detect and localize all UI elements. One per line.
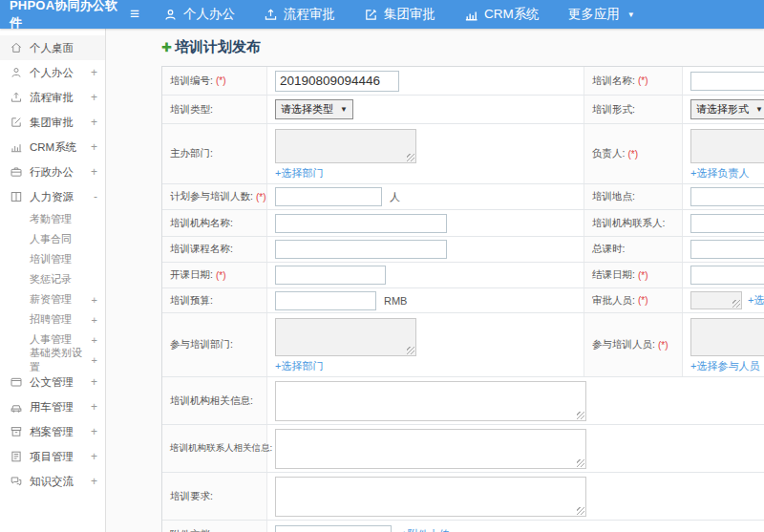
required-mark: (*) xyxy=(658,340,668,351)
expand-icon[interactable]: + xyxy=(91,400,97,414)
attachment-input[interactable] xyxy=(275,525,392,532)
training-type-select[interactable]: 请选择类型 ▼ xyxy=(275,99,353,119)
total-hours-input[interactable] xyxy=(690,240,764,259)
training-name-input[interactable] xyxy=(690,72,764,91)
join-dept-box[interactable] xyxy=(275,318,416,356)
row-attachment: 附件文档: +附件上传 xyxy=(162,521,764,532)
sidebar-subitem-label: 薪资管理 xyxy=(30,292,72,307)
join-user-box[interactable] xyxy=(690,318,764,356)
nav-label: 集团审批 xyxy=(384,6,435,23)
sidebar-subitem-6-1[interactable]: 人事合同 xyxy=(0,229,105,249)
field-label: 培训类型: xyxy=(170,103,213,117)
sidebar-item-0[interactable]: 个人桌面 xyxy=(0,35,105,60)
row-join-dept: 参与培训部门: +选择部门 参与培训人员:(*) +选择参与人员 xyxy=(162,313,764,377)
select-approver-link[interactable]: +选择审批人员 xyxy=(748,293,764,308)
unit-suffix: 人 xyxy=(390,190,400,204)
approve-icon xyxy=(10,116,23,129)
sidebar-item-6[interactable]: 人力资源- xyxy=(0,184,105,209)
project-icon xyxy=(10,450,23,463)
training-place-input[interactable] xyxy=(690,187,764,206)
expand-icon[interactable]: + xyxy=(91,375,97,389)
required-mark: (*) xyxy=(216,75,226,86)
main-content: ✚ 培训计划发布 培训编号:(*) 培训名称:(*) 培训类型: 请选择类型 ▼ xyxy=(106,29,764,532)
archive-icon xyxy=(10,425,23,438)
user-icon xyxy=(10,66,23,79)
sidebar-item-label: 公文管理 xyxy=(30,375,74,390)
training-mode-select[interactable]: 请选择形式 ▼ xyxy=(690,99,764,119)
expand-icon[interactable]: + xyxy=(91,425,97,438)
sidebar-subitem-6-5[interactable]: 招聘管理+ xyxy=(0,309,105,330)
expand-icon[interactable]: + xyxy=(91,165,97,179)
sidebar-item-label: 行政办公 xyxy=(30,165,74,180)
field-label: 参与培训人员: xyxy=(592,338,655,351)
end-date-input[interactable] xyxy=(690,266,764,285)
expand-icon[interactable]: + xyxy=(91,475,97,488)
participant-count-input[interactable] xyxy=(275,187,382,206)
upload-flow-icon xyxy=(264,8,278,22)
nav-label: 更多应用 xyxy=(568,6,620,23)
training-no-input[interactable] xyxy=(275,71,399,92)
org-info-textarea[interactable] xyxy=(275,381,586,421)
select-join-dept-link[interactable]: +选择部门 xyxy=(275,359,323,373)
expand-icon[interactable]: + xyxy=(92,354,97,366)
sidebar-item-2[interactable]: 流程审批+ xyxy=(0,85,105,110)
select-dept-link[interactable]: +选择部门 xyxy=(275,166,323,181)
approver-box[interactable] xyxy=(690,291,742,309)
hr-icon xyxy=(10,190,23,203)
sidebar-subitem-6-4[interactable]: 薪资管理+ xyxy=(0,289,105,309)
select-join-user-link[interactable]: +选择参与人员 xyxy=(690,359,759,373)
host-dept-box[interactable] xyxy=(275,129,416,163)
sidebar-item-1[interactable]: 个人办公+ xyxy=(0,60,105,85)
org-contact-info-textarea[interactable] xyxy=(275,429,586,469)
expand-icon[interactable]: + xyxy=(92,314,97,326)
sidebar-item-4[interactable]: CRM系统+ xyxy=(0,135,105,160)
sidebar-item-9[interactable]: 档案管理+ xyxy=(0,419,105,444)
expand-icon[interactable]: + xyxy=(91,450,97,463)
required-mark: (*) xyxy=(638,270,648,281)
sidebar-item-3[interactable]: 集团审批+ xyxy=(0,110,105,135)
nav-item-workflow-approval[interactable]: 流程审批 xyxy=(249,0,350,29)
hamburger-icon[interactable]: ≡ xyxy=(126,6,149,24)
nav-item-crm[interactable]: CRM系统 xyxy=(450,0,554,29)
sidebar-subitem-6-2[interactable]: 培训管理 xyxy=(0,249,105,269)
leader-box[interactable] xyxy=(690,129,764,163)
sidebar-item-10[interactable]: 项目管理+ xyxy=(0,444,105,469)
row-training-type: 培训类型: 请选择类型 ▼ 培训形式: 请选择形式 ▼ xyxy=(162,96,764,124)
course-name-input[interactable] xyxy=(275,240,447,259)
sidebar-subitem-6-7[interactable]: 基础类别设置+ xyxy=(0,350,105,370)
briefcase-icon xyxy=(10,165,23,179)
expand-icon[interactable]: + xyxy=(92,334,97,346)
sidebar-subitem-6-0[interactable]: 考勤管理 xyxy=(0,209,105,229)
field-label: 培训要求: xyxy=(170,490,213,503)
expand-icon[interactable]: + xyxy=(91,140,97,154)
sidebar-item-5[interactable]: 行政办公+ xyxy=(0,160,105,184)
start-date-input[interactable] xyxy=(275,266,386,285)
sidebar-item-8[interactable]: 用车管理+ xyxy=(0,394,105,419)
expand-icon[interactable]: + xyxy=(91,116,97,129)
org-name-input[interactable] xyxy=(275,214,447,233)
select-leader-link[interactable]: +选择负责人 xyxy=(690,166,749,181)
home-icon xyxy=(10,41,23,54)
attachment-upload-link[interactable]: +附件上传 xyxy=(401,527,449,532)
sidebar-item-11[interactable]: 知识交流+ xyxy=(0,469,105,494)
field-label: 培训地点: xyxy=(592,190,635,203)
requirements-textarea[interactable] xyxy=(275,477,586,517)
collapse-icon[interactable]: - xyxy=(94,190,97,203)
expand-icon[interactable]: + xyxy=(91,66,97,79)
row-training-no: 培训编号:(*) 培训名称:(*) xyxy=(162,67,764,96)
sidebar-subitem-6-3[interactable]: 奖惩记录 xyxy=(0,269,105,289)
field-label: 参与培训部门: xyxy=(170,338,233,351)
nav-item-group-approval[interactable]: 集团审批 xyxy=(350,0,450,29)
training-plan-form: 培训编号:(*) 培训名称:(*) 培训类型: 请选择类型 ▼ 培训形式: 请选 xyxy=(161,66,764,532)
field-label: 培训机构名称: xyxy=(170,217,233,230)
sidebar-item-label: 流程审批 xyxy=(30,91,74,105)
row-org-contact-info: 培训机构联系人相关信息: xyxy=(162,425,764,473)
expand-icon[interactable]: + xyxy=(92,294,97,306)
nav-item-more-apps[interactable]: 更多应用 ▼ xyxy=(554,0,649,29)
field-label: 主办部门: xyxy=(170,147,213,160)
budget-input[interactable] xyxy=(275,291,376,310)
org-contact-input[interactable] xyxy=(690,214,764,233)
expand-icon[interactable]: + xyxy=(91,91,97,104)
sidebar-subitem-label: 基础类别设置 xyxy=(30,346,92,374)
nav-item-personal-office[interactable]: 个人办公 xyxy=(149,0,249,29)
